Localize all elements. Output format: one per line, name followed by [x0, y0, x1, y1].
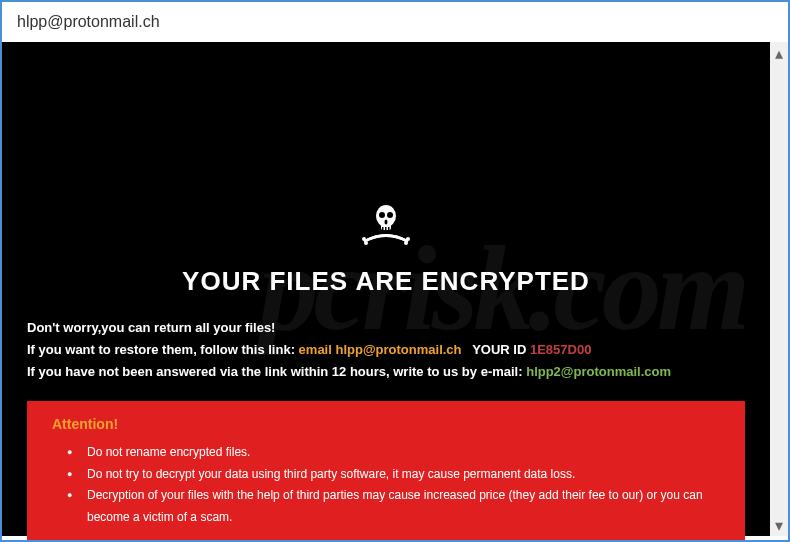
svg-point-11 — [404, 241, 408, 245]
encrypted-heading: YOUR FILES ARE ENCRYPTED — [182, 266, 590, 297]
svg-point-2 — [379, 212, 385, 218]
content-wrapper: pcrisk.com — [2, 42, 788, 536]
email-label: email — [299, 342, 332, 357]
attention-list: Do not rename encrypted files. Do not tr… — [52, 442, 720, 528]
line2-prefix: If you want to restore them, follow this… — [27, 342, 295, 357]
message-line-1: Don't worry,you can return all your file… — [27, 317, 745, 339]
svg-point-10 — [364, 241, 368, 245]
attention-item: Do not rename encrypted files. — [67, 442, 720, 464]
id-label: YOUR ID — [472, 342, 526, 357]
message-line-2: If you want to restore them, follow this… — [27, 339, 745, 361]
scroll-up-icon[interactable]: ▴ — [772, 46, 786, 60]
contact-email-1: hlpp@protonmail.ch — [335, 342, 461, 357]
svg-point-3 — [387, 212, 393, 218]
svg-point-4 — [385, 220, 388, 225]
message-block: Don't worry,you can return all your file… — [27, 317, 745, 383]
victim-id: 1E857D00 — [530, 342, 591, 357]
window-title-bar: hlpp@protonmail.ch — [2, 2, 788, 42]
svg-point-8 — [362, 237, 366, 241]
line3-prefix: If you have not been answered via the li… — [27, 364, 523, 379]
scroll-down-icon[interactable]: ▾ — [772, 518, 786, 532]
vertical-scrollbar[interactable]: ▴ ▾ — [770, 42, 788, 536]
message-line-3: If you have not been answered via the li… — [27, 361, 745, 383]
contact-email-2: hlpp2@protonmail.com — [526, 364, 671, 379]
attention-box: Attention! Do not rename encrypted files… — [27, 401, 745, 542]
ransom-note-content: pcrisk.com — [2, 42, 770, 536]
window-title: hlpp@protonmail.ch — [17, 13, 160, 31]
attention-title: Attention! — [52, 416, 720, 432]
svg-point-9 — [406, 237, 410, 241]
svg-rect-7 — [388, 227, 390, 230]
attention-item: Do not try to decrypt your data using th… — [67, 464, 720, 486]
svg-rect-5 — [382, 227, 384, 230]
svg-rect-6 — [385, 227, 387, 230]
attention-item: Decryption of your files with the help o… — [67, 485, 720, 528]
skull-crossbones-icon — [356, 200, 416, 254]
